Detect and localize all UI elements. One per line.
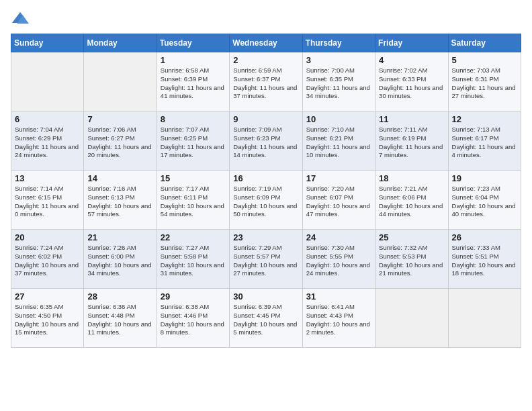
day-number: 9 [233, 114, 298, 124]
calendar-cell: 31Sunrise: 6:41 AMSunset: 4:43 PMDayligh… [302, 289, 375, 348]
cell-info: Sunrise: 7:32 AMSunset: 5:53 PMDaylight:… [379, 244, 444, 278]
day-number: 8 [161, 114, 226, 124]
calendar-cell: 9Sunrise: 7:09 AMSunset: 6:23 PMDaylight… [230, 111, 302, 171]
day-number: 13 [15, 173, 80, 183]
calendar-week-row: 6Sunrise: 7:04 AMSunset: 6:29 PMDaylight… [11, 111, 521, 171]
day-number: 21 [87, 232, 152, 242]
calendar-cell: 24Sunrise: 7:30 AMSunset: 5:55 PMDayligh… [302, 230, 375, 289]
calendar-week-row: 13Sunrise: 7:14 AMSunset: 6:15 PMDayligh… [11, 171, 521, 230]
calendar-cell: 17Sunrise: 7:20 AMSunset: 6:07 PMDayligh… [302, 171, 375, 230]
cell-info: Sunrise: 7:16 AMSunset: 6:13 PMDaylight:… [87, 185, 152, 219]
logo [11, 11, 32, 26]
calendar-cell: 30Sunrise: 6:39 AMSunset: 4:45 PMDayligh… [230, 289, 302, 348]
day-number: 29 [161, 291, 226, 302]
day-number: 24 [306, 232, 371, 242]
cell-info: Sunrise: 7:06 AMSunset: 6:27 PMDaylight:… [87, 126, 152, 160]
weekday-header-cell: Wednesday [230, 34, 302, 52]
calendar-cell: 13Sunrise: 7:14 AMSunset: 6:15 PMDayligh… [11, 171, 84, 230]
calendar-cell: 11Sunrise: 7:11 AMSunset: 6:19 PMDayligh… [375, 111, 448, 171]
day-number: 18 [379, 173, 444, 183]
day-number: 6 [15, 114, 80, 124]
calendar-cell: 1Sunrise: 6:58 AMSunset: 6:39 PMDaylight… [157, 52, 229, 111]
calendar-cell: 15Sunrise: 7:17 AMSunset: 6:11 PMDayligh… [157, 171, 229, 230]
calendar-week-row: 20Sunrise: 7:24 AMSunset: 6:02 PMDayligh… [11, 230, 521, 289]
calendar-table: SundayMondayTuesdayWednesdayThursdayFrid… [11, 34, 521, 348]
day-number: 28 [87, 291, 152, 302]
weekday-header-cell: Saturday [448, 34, 521, 52]
calendar-cell: 16Sunrise: 7:19 AMSunset: 6:09 PMDayligh… [230, 171, 302, 230]
day-number: 19 [452, 173, 517, 183]
day-number: 11 [379, 114, 444, 124]
cell-info: Sunrise: 7:17 AMSunset: 6:11 PMDaylight:… [161, 185, 226, 219]
day-number: 17 [306, 173, 371, 183]
cell-info: Sunrise: 7:23 AMSunset: 6:04 PMDaylight:… [452, 185, 517, 219]
calendar-cell: 10Sunrise: 7:10 AMSunset: 6:21 PMDayligh… [302, 111, 375, 171]
calendar-cell: 20Sunrise: 7:24 AMSunset: 6:02 PMDayligh… [11, 230, 84, 289]
calendar-cell: 4Sunrise: 7:02 AMSunset: 6:33 PMDaylight… [375, 52, 448, 111]
day-number: 10 [306, 114, 371, 124]
calendar-cell: 28Sunrise: 6:36 AMSunset: 4:48 PMDayligh… [84, 289, 157, 348]
cell-info: Sunrise: 6:58 AMSunset: 6:39 PMDaylight:… [161, 66, 226, 101]
cell-info: Sunrise: 7:21 AMSunset: 6:06 PMDaylight:… [379, 185, 444, 219]
day-number: 16 [233, 173, 298, 183]
logo-icon [11, 11, 30, 26]
calendar-cell: 3Sunrise: 7:00 AMSunset: 6:35 PMDaylight… [302, 52, 375, 111]
calendar-cell: 27Sunrise: 6:35 AMSunset: 4:50 PMDayligh… [11, 289, 84, 348]
calendar-week-row: 1Sunrise: 6:58 AMSunset: 6:39 PMDaylight… [11, 52, 521, 111]
day-number: 27 [15, 291, 80, 302]
cell-info: Sunrise: 7:24 AMSunset: 6:02 PMDaylight:… [15, 244, 80, 278]
weekday-header-row: SundayMondayTuesdayWednesdayThursdayFrid… [11, 34, 521, 52]
cell-info: Sunrise: 7:14 AMSunset: 6:15 PMDaylight:… [15, 185, 80, 219]
day-number: 30 [233, 291, 298, 302]
calendar-cell: 29Sunrise: 6:38 AMSunset: 4:46 PMDayligh… [157, 289, 229, 348]
page-header [11, 11, 521, 26]
day-number: 4 [379, 55, 444, 65]
cell-info: Sunrise: 7:09 AMSunset: 6:23 PMDaylight:… [233, 126, 298, 160]
cell-info: Sunrise: 7:02 AMSunset: 6:33 PMDaylight:… [379, 66, 444, 101]
calendar-cell: 23Sunrise: 7:29 AMSunset: 5:57 PMDayligh… [230, 230, 302, 289]
day-number: 12 [452, 114, 517, 124]
weekday-header-cell: Monday [84, 34, 157, 52]
day-number: 23 [233, 232, 298, 242]
day-number: 31 [306, 291, 371, 302]
cell-info: Sunrise: 7:13 AMSunset: 6:17 PMDaylight:… [452, 126, 517, 160]
day-number: 22 [161, 232, 226, 242]
calendar-cell [11, 52, 84, 111]
cell-info: Sunrise: 7:19 AMSunset: 6:09 PMDaylight:… [233, 185, 298, 219]
calendar-cell: 22Sunrise: 7:27 AMSunset: 5:58 PMDayligh… [157, 230, 229, 289]
cell-info: Sunrise: 6:39 AMSunset: 4:45 PMDaylight:… [233, 303, 298, 337]
cell-info: Sunrise: 7:30 AMSunset: 5:55 PMDaylight:… [306, 244, 371, 278]
calendar-cell [448, 289, 521, 348]
day-number: 15 [161, 173, 226, 183]
calendar-cell: 14Sunrise: 7:16 AMSunset: 6:13 PMDayligh… [84, 171, 157, 230]
weekday-header-cell: Tuesday [157, 34, 229, 52]
day-number: 5 [452, 55, 517, 65]
calendar-cell: 21Sunrise: 7:26 AMSunset: 6:00 PMDayligh… [84, 230, 157, 289]
weekday-header-cell: Friday [375, 34, 448, 52]
calendar-cell: 8Sunrise: 7:07 AMSunset: 6:25 PMDaylight… [157, 111, 229, 171]
weekday-header-cell: Sunday [11, 34, 84, 52]
cell-info: Sunrise: 7:07 AMSunset: 6:25 PMDaylight:… [161, 126, 226, 160]
weekday-header-cell: Thursday [302, 34, 375, 52]
calendar-cell: 25Sunrise: 7:32 AMSunset: 5:53 PMDayligh… [375, 230, 448, 289]
cell-info: Sunrise: 7:29 AMSunset: 5:57 PMDaylight:… [233, 244, 298, 278]
day-number: 25 [379, 232, 444, 242]
day-number: 26 [452, 232, 517, 242]
calendar-cell: 7Sunrise: 7:06 AMSunset: 6:27 PMDaylight… [84, 111, 157, 171]
calendar-cell [375, 289, 448, 348]
cell-info: Sunrise: 6:38 AMSunset: 4:46 PMDaylight:… [161, 303, 226, 337]
calendar-cell: 18Sunrise: 7:21 AMSunset: 6:06 PMDayligh… [375, 171, 448, 230]
cell-info: Sunrise: 7:33 AMSunset: 5:51 PMDaylight:… [452, 244, 517, 278]
day-number: 7 [87, 114, 152, 124]
day-number: 1 [161, 55, 226, 65]
calendar-cell: 5Sunrise: 7:03 AMSunset: 6:31 PMDaylight… [448, 52, 521, 111]
cell-info: Sunrise: 6:41 AMSunset: 4:43 PMDaylight:… [306, 303, 371, 337]
calendar-cell: 19Sunrise: 7:23 AMSunset: 6:04 PMDayligh… [448, 171, 521, 230]
cell-info: Sunrise: 7:27 AMSunset: 5:58 PMDaylight:… [161, 244, 226, 278]
day-number: 2 [233, 55, 298, 65]
cell-info: Sunrise: 7:00 AMSunset: 6:35 PMDaylight:… [306, 66, 371, 101]
cell-info: Sunrise: 7:26 AMSunset: 6:00 PMDaylight:… [87, 244, 152, 278]
cell-info: Sunrise: 6:35 AMSunset: 4:50 PMDaylight:… [15, 303, 80, 337]
cell-info: Sunrise: 7:10 AMSunset: 6:21 PMDaylight:… [306, 126, 371, 160]
calendar-week-row: 27Sunrise: 6:35 AMSunset: 4:50 PMDayligh… [11, 289, 521, 348]
